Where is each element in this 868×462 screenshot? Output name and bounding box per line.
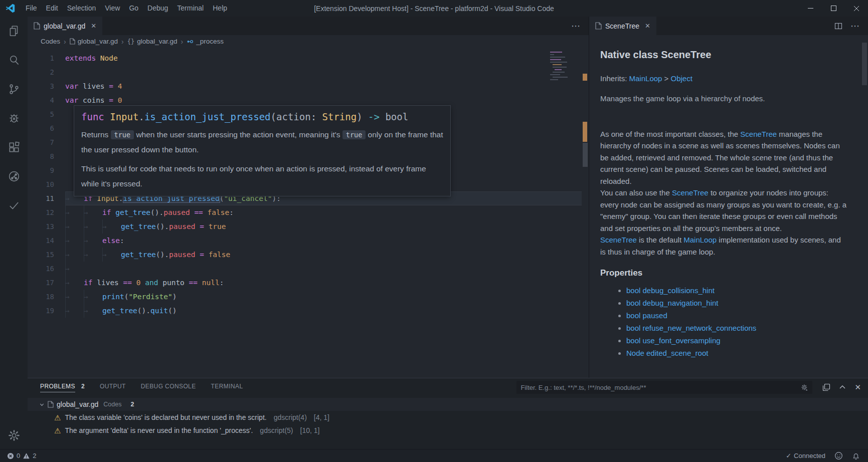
- line-number[interactable]: 12: [28, 205, 54, 219]
- overview-ruler[interactable]: [582, 48, 589, 378]
- close-tab-icon[interactable]: ✕: [91, 22, 96, 30]
- menu-selection[interactable]: Selection: [63, 0, 101, 17]
- run-debug-icon[interactable]: [0, 104, 28, 133]
- tab-scenetree[interactable]: SceneTree ✕: [589, 17, 656, 35]
- menu-terminal[interactable]: Terminal: [172, 0, 208, 17]
- close-panel-icon[interactable]: ✕: [854, 383, 861, 392]
- panel-tab-problems[interactable]: PROBLEMS 2: [40, 383, 85, 392]
- property-link: bool debug_collisions_hint: [626, 284, 847, 297]
- code-line[interactable]: 18→→print("Perdiste"): [28, 290, 589, 304]
- doc-link[interactable]: SceneTree: [672, 188, 709, 197]
- panel-tab-output[interactable]: OUTPUT: [100, 383, 126, 392]
- menu-debug[interactable]: Debug: [143, 0, 172, 17]
- code-line[interactable]: 12→→if get_tree().paused == false:: [28, 205, 589, 219]
- notifications-bell-icon[interactable]: [852, 452, 860, 460]
- doc-link[interactable]: SceneTree: [740, 130, 777, 138]
- tab-label: SceneTree: [605, 22, 639, 30]
- doc-link[interactable]: MainLoop: [683, 236, 717, 244]
- code-line[interactable]: 13→→→get_tree().paused = true: [28, 219, 589, 234]
- scrollbar-thumb[interactable]: [583, 143, 588, 167]
- menu-edit[interactable]: Edit: [42, 0, 63, 17]
- explorer-icon[interactable]: [0, 17, 28, 46]
- testing-icon[interactable]: [0, 191, 28, 220]
- line-number[interactable]: 14: [28, 234, 54, 248]
- panel-tab-terminal[interactable]: TERMINAL: [211, 383, 243, 392]
- line-number[interactable]: 18: [28, 290, 54, 304]
- editor-group-doc: SceneTree ✕ ⋯ Native class SceneTree Inh…: [589, 17, 868, 378]
- doc-link[interactable]: Object: [671, 74, 692, 83]
- settings-gear-icon[interactable]: [0, 429, 28, 442]
- minimize-icon[interactable]: [799, 0, 822, 17]
- doc-link[interactable]: MainLoop: [629, 74, 662, 83]
- menu-go[interactable]: Go: [124, 0, 143, 17]
- breadcrumb: Codes › global_var.gd › {} global_var.gd…: [28, 35, 589, 48]
- line-number[interactable]: 2: [28, 65, 54, 79]
- line-number[interactable]: 4: [28, 93, 54, 107]
- line-number[interactable]: 3: [28, 79, 54, 93]
- code-line[interactable]: 19→→get_tree().quit(): [28, 304, 589, 318]
- line-number[interactable]: 19: [28, 304, 54, 318]
- breadcrumb-symbol-file[interactable]: {} global_var.gd: [127, 38, 178, 45]
- title-bar: File Edit Selection View Go Debug Termin…: [0, 0, 868, 17]
- line-number[interactable]: 10: [28, 177, 54, 191]
- menu-help[interactable]: Help: [208, 0, 232, 17]
- breadcrumb-method[interactable]: _process: [187, 38, 224, 45]
- line-number[interactable]: 15: [28, 248, 54, 262]
- code-line[interactable]: 1extends Node: [28, 51, 589, 65]
- scrollbar-thumb[interactable]: [862, 43, 867, 85]
- breadcrumb-folder[interactable]: Codes: [41, 38, 60, 45]
- feedback-smiley-icon[interactable]: [834, 451, 843, 460]
- code-line[interactable]: 3var lives = 4: [28, 79, 589, 93]
- file-icon: [70, 38, 75, 45]
- line-number[interactable]: 5: [28, 107, 54, 121]
- check-icon: ✓: [786, 452, 791, 459]
- search-icon[interactable]: [0, 46, 28, 75]
- doc-paragraph: SceneTree is the default MainLoop implem…: [600, 234, 847, 258]
- line-number[interactable]: 8: [28, 149, 54, 163]
- close-window-icon[interactable]: [845, 0, 868, 17]
- code-line[interactable]: 15→→→get_tree().paused = false: [28, 248, 589, 262]
- doc-inherits: Inherits: MainLoop > Object: [600, 73, 847, 84]
- doc-more-actions-icon[interactable]: ⋯: [850, 21, 860, 32]
- maximize-icon[interactable]: [822, 0, 845, 17]
- doc-link[interactable]: SceneTree: [600, 236, 637, 244]
- editor-groups: global_var.gd ✕ ⋯ Codes › global_var.gd …: [28, 17, 868, 378]
- line-number[interactable]: 11: [28, 191, 54, 205]
- filter-input[interactable]: [520, 384, 801, 391]
- menu-file[interactable]: File: [21, 0, 42, 17]
- problems-status[interactable]: 0 2: [7, 452, 36, 459]
- code-line[interactable]: 14→→else:: [28, 234, 589, 248]
- line-number[interactable]: 7: [28, 135, 54, 149]
- code-line[interactable]: 17→if lives == 0 and punto == null:: [28, 276, 589, 290]
- line-number[interactable]: 9: [28, 163, 54, 177]
- maximize-panel-icon[interactable]: [839, 384, 846, 391]
- panel-tab-debug-console[interactable]: DEBUG CONSOLE: [141, 383, 196, 392]
- editor-more-actions-icon[interactable]: ⋯: [571, 21, 581, 32]
- split-editor-icon[interactable]: [834, 22, 842, 30]
- minimap[interactable]: [549, 50, 572, 83]
- panel-layout-icon[interactable]: [822, 383, 830, 391]
- line-number[interactable]: 6: [28, 121, 54, 135]
- tab-global-var[interactable]: global_var.gd ✕: [28, 17, 102, 35]
- line-number[interactable]: 17: [28, 276, 54, 290]
- breadcrumb-file[interactable]: global_var.gd: [70, 38, 118, 45]
- line-number[interactable]: 16: [28, 262, 54, 276]
- problem-row[interactable]: ⚠ The class variable 'coins' is declared…: [28, 411, 868, 424]
- close-tab-icon[interactable]: ✕: [645, 22, 650, 30]
- source-control-icon[interactable]: [0, 75, 28, 104]
- extensions-icon[interactable]: [0, 133, 28, 162]
- code-line[interactable]: 2: [28, 65, 589, 79]
- code-editor[interactable]: 1extends Node23var lives = 44var coins =…: [28, 48, 589, 378]
- code-line[interactable]: 16→: [28, 262, 589, 276]
- problem-row[interactable]: ⚠ The argument 'delta' is never used in …: [28, 424, 868, 437]
- remote-status[interactable]: ✓ Connected: [786, 452, 825, 459]
- problems-file-group[interactable]: global_var.gd Codes 2: [28, 398, 868, 411]
- filter-icon[interactable]: [801, 384, 808, 391]
- references-icon[interactable]: [0, 162, 28, 191]
- doc-paragraph: As one of the most important classes, th…: [600, 128, 847, 187]
- problems-list: global_var.gd Codes 2 ⚠ The class variab…: [28, 396, 868, 437]
- menu-view[interactable]: View: [100, 0, 124, 17]
- line-number[interactable]: 1: [28, 51, 54, 65]
- line-number[interactable]: 13: [28, 219, 54, 234]
- bottom-panel: PROBLEMS 2 OUTPUT DEBUG CONSOLE TERMINAL…: [28, 378, 868, 449]
